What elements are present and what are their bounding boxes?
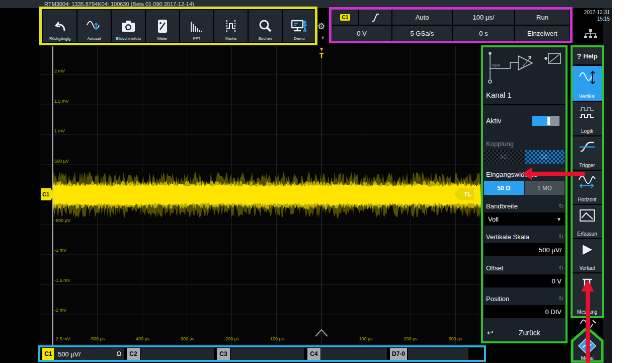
voltage-label: 1 mV (54, 128, 65, 133)
impedance-50ohm-label: 50 Ω (497, 185, 510, 192)
rotary-knob-icon: ↻ (558, 233, 564, 240)
time-label: -100 µs (259, 336, 294, 341)
channel1-badge[interactable]: C1 (42, 348, 54, 360)
menu-item-label: Horizont (578, 197, 596, 202)
meter-icon (156, 16, 169, 36)
bezel-strip (603, 8, 612, 363)
channel1-scale-field[interactable]: 500 µV/ Ω (55, 348, 124, 360)
trigger-mode-cell[interactable]: Auto (392, 10, 452, 25)
channel3-badge-label: C3 (219, 350, 227, 357)
coupling-label: Kopplung (486, 140, 514, 148)
dialog-title: Kanal 1 (486, 91, 512, 99)
toolbar-label: Suchen (258, 36, 272, 41)
waveform-display-area[interactable]: 2 mV 1.5 mV 1 mV 500 µV -500 µV -1 mV -1… (40, 46, 481, 346)
time-label: -200 µs (214, 336, 249, 341)
collapse-caret-icon[interactable]: ▼ (320, 35, 325, 40)
autoset-icon (86, 16, 102, 36)
time-label: -500 µs (79, 336, 115, 341)
coupling-ac-label: AC (500, 154, 508, 161)
menu-item-label: Verlauf (579, 265, 595, 271)
search-icon (258, 16, 273, 36)
time-label: 200 µs (393, 336, 428, 341)
annotation-arrowhead-impedance (522, 167, 532, 180)
active-toggle[interactable] (532, 116, 559, 126)
offset-value: 0 V (551, 277, 561, 285)
horizontal-position-value: 0 s (479, 30, 488, 37)
svg-text:Input: Input (492, 63, 500, 67)
timebase-cell[interactable]: 100 µs/ (453, 10, 514, 25)
coupling-ac-button[interactable]: AC (484, 150, 524, 164)
trigger-level-cell[interactable]: 0 V (332, 26, 391, 41)
trigger-marker-letter: T (317, 51, 326, 59)
impedance-50ohm-button[interactable]: 50 Ω (484, 181, 524, 195)
back-label: Zurück (494, 329, 566, 337)
menu-item-logik[interactable]: Logik (573, 102, 602, 135)
channel1-noise-trace (53, 171, 481, 219)
search-button[interactable]: Suchen (249, 10, 282, 42)
acquisition-state-cell[interactable]: Run (515, 10, 570, 25)
channel4-field[interactable] (321, 348, 387, 360)
help-question-icon: ? (577, 52, 581, 60)
autoset-button[interactable]: Autoset (77, 10, 111, 42)
annotation-arrow-menu (586, 291, 590, 363)
meter-button[interactable]: Meter (146, 10, 179, 42)
channel3-badge[interactable]: C3 (217, 348, 230, 360)
menu-item-erfassung[interactable]: Erfassun (573, 205, 602, 238)
channel-circuit-diagram-icon: Input (485, 49, 564, 89)
position-field[interactable]: 0 DIV (484, 305, 565, 318)
toolbar-label: FFT (193, 36, 201, 41)
time-label: -300 µs (169, 336, 204, 341)
undo-button[interactable]: Rückgängig (43, 10, 76, 42)
vertical-scale-field[interactable]: 500 µV/ (484, 243, 565, 256)
settings-gear-icon[interactable]: ⚙ (317, 21, 325, 32)
fft-button[interactable]: FFT (180, 10, 213, 42)
screenshot-button[interactable]: Bildschirmfoto (112, 10, 145, 42)
channel4-badge[interactable]: C4 (307, 348, 320, 360)
channel2-badge[interactable]: C2 (127, 348, 140, 360)
trigger-slope-cell[interactable] (359, 10, 391, 25)
trigger-level-value: 0 V (357, 30, 367, 37)
acquisition-mode-value: Einzelwert (527, 30, 557, 37)
window-title: RTM3004: 1335.8794K04: 100630 (Beta 01.0… (44, 1, 194, 7)
acquisition-mode-cell[interactable]: Einzelwert (515, 26, 570, 41)
menu-item-verlauf[interactable]: Verlauf (573, 239, 602, 272)
chevron-down-icon: ▼ (556, 216, 561, 222)
menu-item-label: Logik (581, 128, 593, 134)
menu-item-help[interactable]: ? Help (573, 47, 602, 64)
offset-label: Offset (486, 264, 503, 272)
trigger-position-marker[interactable] (315, 329, 328, 337)
sample-rate-value: 5 GSa/s (411, 30, 434, 37)
demo-button[interactable]: Demo (283, 10, 316, 42)
coupling-dc-button[interactable]: DC (525, 150, 565, 164)
trigger-source-cell[interactable]: C1 (332, 10, 358, 25)
sample-rate-cell[interactable]: 5 GSa/s (392, 26, 452, 41)
clock-time: 15:15 (573, 16, 610, 22)
rising-edge-icon (371, 12, 380, 22)
menu-item-label: Vertikal (579, 94, 596, 99)
voltage-label: -2 mV (54, 308, 66, 313)
channel3-field[interactable] (230, 348, 304, 360)
trigger-time-marker[interactable]: ▼ T (317, 47, 326, 59)
menu-item-vertikal[interactable]: Vertikal (573, 66, 602, 101)
impedance-1mohm-button[interactable]: 1 MΩ (525, 181, 565, 195)
trigger-menu-icon (579, 140, 596, 154)
marker-button[interactable]: Marke (214, 10, 248, 42)
digital-channels-badge[interactable]: D7-0 (390, 348, 407, 360)
toolbar-label: Demo (294, 36, 304, 41)
rotary-knob-icon: ↻ (558, 264, 564, 271)
channel4-badge-label: C4 (310, 350, 317, 357)
rotary-knob-icon: ↻ (558, 202, 564, 209)
back-button[interactable]: ↩ Zurück (483, 325, 566, 340)
voltage-label: 1.5 mV (54, 99, 69, 104)
offset-field[interactable]: 0 V (484, 274, 565, 287)
horizontal-position-cell[interactable]: 0 s (453, 26, 514, 41)
horizontal-menu-icon (578, 175, 596, 189)
menu-item-trigger[interactable]: Trigger (573, 136, 602, 170)
channel2-field[interactable] (140, 348, 214, 360)
status-grid: C1 Auto 100 µs/ Run 0 V 5 GSa/s 0 s Einz… (332, 10, 570, 41)
channel1-badge-label: C1 (44, 350, 52, 357)
digital-channels-field[interactable] (408, 348, 468, 360)
voltage-label: 2 mV (54, 68, 65, 74)
acquire-menu-icon (579, 209, 595, 222)
bandwidth-dropdown[interactable]: Voll ▼ (484, 212, 565, 226)
